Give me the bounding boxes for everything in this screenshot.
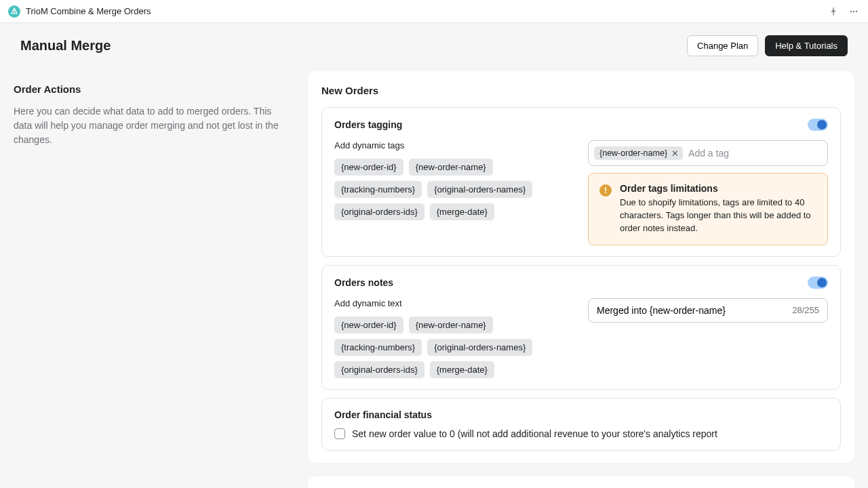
tags-limitation-banner: ! Order tags limitations Due to shopify … (588, 173, 828, 245)
new-orders-title: New Orders (321, 85, 841, 96)
selected-tag-pill[interactable]: {new-order-name} ✕ (594, 146, 683, 160)
app-icon (8, 5, 20, 18)
dynamic-chip[interactable]: {new-order-id} (334, 159, 403, 176)
financial-status-card: Order financial status Set new order val… (321, 398, 841, 451)
svg-point-1 (853, 10, 854, 12)
tag-input[interactable]: {new-order-name} ✕ (588, 140, 828, 166)
orders-tagging-toggle[interactable] (808, 119, 828, 131)
add-tag-input[interactable] (688, 148, 822, 159)
dynamic-chip[interactable]: {original-orders-names} (427, 181, 532, 198)
more-icon[interactable] (848, 5, 860, 18)
sidebar-description: Here you can decide what data to add to … (14, 104, 292, 147)
dynamic-chip[interactable]: {original-orders-ids} (334, 361, 425, 378)
notes-input-wrap: 28/255 (588, 298, 828, 323)
financial-status-title: Order financial status (334, 409, 828, 420)
dynamic-chip[interactable]: {new-order-name} (409, 317, 493, 333)
char-counter: 28/255 (792, 305, 819, 315)
dynamic-chip[interactable]: {tracking-numbers} (334, 181, 422, 198)
add-dynamic-text-label: Add dynamic text (334, 298, 574, 308)
warning-icon: ! (599, 184, 612, 197)
banner-text: Due to shopify limitations, tags are lim… (620, 197, 816, 235)
remove-tag-icon[interactable]: ✕ (671, 149, 679, 158)
add-dynamic-tags-label: Add dynamic tags (334, 140, 574, 150)
orders-notes-title: Orders notes (334, 277, 393, 288)
sidebar-title: Order Actions (14, 83, 292, 95)
selected-tag-text: {new-order-name} (599, 148, 667, 158)
help-tutorials-button[interactable]: Help & Tutorials (765, 35, 848, 56)
notes-input[interactable] (597, 305, 792, 316)
change-plan-button[interactable]: Change Plan (687, 35, 758, 56)
dynamic-chip[interactable]: {original-orders-ids} (334, 203, 425, 220)
dynamic-chip[interactable]: {tracking-numbers} (334, 339, 422, 356)
dynamic-chip[interactable]: {merge-date} (430, 203, 494, 220)
dynamic-chip[interactable]: {new-order-name} (409, 159, 493, 176)
pin-icon[interactable] (827, 5, 840, 18)
dynamic-chip[interactable]: {new-order-id} (334, 317, 403, 333)
svg-point-2 (856, 10, 857, 12)
dynamic-chip[interactable]: {original-orders-names} (427, 339, 532, 356)
orders-tagging-title: Orders tagging (334, 119, 402, 130)
app-title: TrioM Combine & Merge Orders (26, 6, 151, 16)
page-title: Manual Merge (20, 38, 111, 54)
zero-value-checkbox[interactable] (334, 428, 345, 439)
svg-point-0 (850, 10, 852, 12)
orders-notes-toggle[interactable] (808, 277, 828, 289)
banner-title: Order tags limitations (620, 183, 816, 194)
zero-value-label: Set new order value to 0 (will not add a… (352, 428, 717, 439)
dynamic-chip[interactable]: {merge-date} (430, 361, 494, 378)
orders-notes-card: Orders notes Add dynamic text {new-order… (321, 265, 841, 390)
orders-tagging-card: Orders tagging Add dynamic tags {new-ord… (321, 107, 841, 257)
